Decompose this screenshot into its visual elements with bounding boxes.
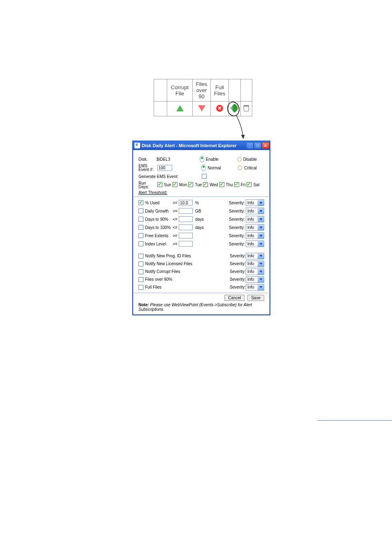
files-over-90--severity-select[interactable]: Info	[246, 276, 264, 283]
window-title: Disk Daily Alert - Microsoft Internet Ex…	[142, 143, 246, 148]
files-over-90--checkbox[interactable]	[138, 277, 143, 282]
hdr-col-blank-f	[241, 79, 252, 102]
close-button[interactable]: ×	[262, 142, 269, 149]
days-to-90--severity-select[interactable]: Info	[246, 216, 264, 222]
days-to-90--checkbox[interactable]	[138, 217, 143, 222]
normal-radio[interactable]	[201, 164, 206, 171]
notify-corrupt-files-label: Notify Corrupt Files	[145, 269, 180, 274]
notify-corrupt-files-checkbox[interactable]	[138, 269, 143, 274]
day-label-tue: Tue	[195, 183, 202, 187]
trash-icon[interactable]	[241, 102, 252, 116]
days-to-100--checkbox[interactable]	[138, 225, 143, 230]
enable-radio[interactable]	[200, 156, 204, 162]
-used-label: % Used	[145, 201, 159, 205]
day-checkbox-wed[interactable]	[203, 182, 208, 187]
notify-new-prog-id-files-severity-select[interactable]: Info	[246, 253, 264, 259]
disk-daily-alert-dialog: Disk Daily Alert - Microsoft Internet Ex…	[132, 141, 270, 315]
index-level-label: Index Level	[145, 242, 166, 246]
chevron-down-icon[interactable]	[258, 216, 264, 222]
minimize-button[interactable]: _	[246, 142, 254, 149]
free-extents-input[interactable]	[179, 233, 193, 238]
notify-corrupt-files-severity-select[interactable]: Info	[246, 268, 264, 275]
dialog-body: Disk: $IDEL3 Enable Disable EMS Event #:…	[133, 150, 270, 315]
day-label-wed: Wed	[210, 183, 218, 187]
note-text: Note: Please use WebViewPoint (Events->S…	[138, 303, 264, 312]
chevron-down-icon[interactable]	[258, 277, 264, 282]
daily-growth-unit: GB	[194, 209, 206, 213]
notify-new-licensed-files-checkbox[interactable]	[138, 261, 143, 266]
notify-row-notify-corrupt-files: Notify Corrupt FilesSeverity:Info	[138, 268, 264, 275]
full-files-severity-select[interactable]: Info	[246, 284, 264, 291]
disable-radio[interactable]	[237, 157, 242, 162]
day-checkbox-sun[interactable]	[157, 182, 162, 187]
hdr-col-full: Full Files	[211, 79, 229, 102]
hdr-col-blank-e	[229, 79, 241, 102]
day-sat: Sat	[247, 182, 259, 187]
ems-event-input[interactable]	[157, 165, 172, 171]
alert-threshold-heading: Alert Threshold:	[138, 190, 264, 195]
days-to-100--input[interactable]	[179, 224, 193, 230]
chevron-down-icon[interactable]	[258, 261, 264, 267]
free-extents-checkbox[interactable]	[138, 233, 143, 238]
cancel-button[interactable]: Cancel	[224, 295, 244, 301]
daily-growth-severity-select[interactable]: Info	[246, 208, 264, 214]
daily-growth-checkbox[interactable]	[138, 208, 143, 213]
notify-new-prog-id-files-checkbox[interactable]	[138, 254, 143, 259]
index-level-input[interactable]	[179, 241, 193, 247]
day-checkbox-thu[interactable]	[219, 182, 224, 187]
-used-input[interactable]	[179, 200, 193, 206]
-used-checkbox[interactable]	[138, 200, 143, 205]
disable-label: Disable	[243, 157, 257, 162]
full-files-checkbox[interactable]	[138, 285, 143, 290]
files-over-90--severity-value: Info	[246, 277, 258, 282]
days-to-90--unit: days	[194, 217, 206, 222]
generate-ems-checkbox[interactable]	[202, 174, 207, 179]
day-checkbox-fri[interactable]	[234, 182, 239, 187]
free-extents-severity-select[interactable]: Info	[246, 232, 264, 239]
days-container: SunMonTueWedThuFriSat	[157, 182, 261, 188]
chevron-down-icon[interactable]	[258, 253, 264, 259]
days-to-90--severity-label: Severity:	[226, 217, 246, 222]
day-label-thu: Thu	[226, 183, 233, 187]
days-to-90--input[interactable]	[179, 216, 193, 222]
pencil-icon[interactable]	[229, 102, 241, 116]
index-level-severity-select[interactable]: Info	[246, 240, 264, 247]
chevron-down-icon[interactable]	[258, 208, 264, 214]
maximize-button[interactable]: □	[254, 142, 261, 149]
days-to-100--severity-select[interactable]: Info	[246, 224, 264, 231]
enable-label: Enable	[206, 157, 219, 162]
day-checkbox-sat[interactable]	[247, 182, 251, 187]
index-level-severity-label: Severity:	[226, 242, 246, 246]
notify-new-licensed-files-severity-value: Info	[246, 261, 258, 266]
daily-growth-severity-value: Info	[246, 209, 258, 213]
day-fri: Fri	[234, 182, 246, 187]
day-checkbox-mon[interactable]	[173, 182, 178, 187]
chevron-down-icon[interactable]	[258, 200, 264, 206]
chevron-down-icon[interactable]	[258, 233, 264, 238]
daily-growth-operator: >=	[171, 209, 179, 213]
daily-growth-label: Daily Growth	[145, 209, 168, 213]
window-titlebar[interactable]: Disk Daily Alert - Microsoft Internet Ex…	[133, 141, 270, 150]
chevron-down-icon[interactable]	[258, 241, 264, 247]
save-button[interactable]: Save	[247, 295, 264, 301]
disk-label: Disk:	[138, 157, 157, 162]
day-label-sat: Sat	[253, 183, 259, 187]
day-checkbox-tue[interactable]	[188, 182, 193, 187]
threshold-row-daily-growth: Daily Growth>=GBSeverity:Info	[138, 207, 264, 215]
notify-new-licensed-files-severity-select[interactable]: Info	[246, 261, 264, 267]
daily-growth-severity-label: Severity:	[226, 209, 246, 213]
separator-1	[133, 197, 270, 197]
chevron-down-icon[interactable]	[258, 224, 264, 230]
triangle-down-icon	[193, 102, 211, 116]
-used-severity-select[interactable]: Info	[246, 199, 264, 206]
ems-event-label: EMS Event #:	[138, 164, 157, 171]
chevron-down-icon[interactable]	[258, 284, 264, 290]
footer-rule	[318, 420, 392, 421]
index-level-checkbox[interactable]	[138, 241, 143, 246]
notify-new-licensed-files-label: Notify New Licensed Files	[145, 261, 192, 266]
days-to-100--operator: <=	[171, 225, 179, 230]
critical-radio[interactable]	[238, 166, 242, 170]
chevron-down-icon[interactable]	[258, 269, 264, 275]
daily-growth-input[interactable]	[179, 208, 193, 214]
notify-new-prog-id-files-severity-label: Severity:	[230, 254, 246, 258]
